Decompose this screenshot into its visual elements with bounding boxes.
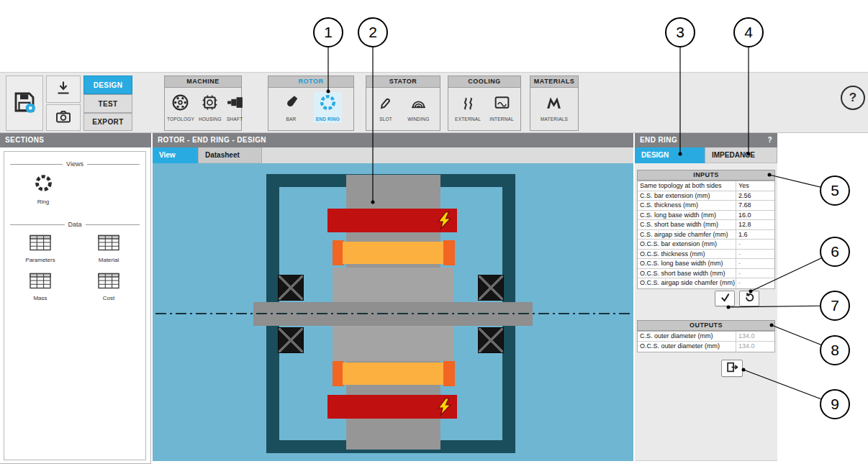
sidebar-item-ring[interactable]: Ring bbox=[20, 173, 66, 205]
sections-header: SECTIONS bbox=[0, 133, 151, 147]
table-row: C.S. long base width (mm)16.0 bbox=[638, 211, 774, 221]
toolbar-item-bar[interactable]: BAR bbox=[280, 92, 302, 123]
panel-tab-design[interactable]: DESIGN bbox=[635, 147, 705, 163]
housing-icon bbox=[201, 94, 219, 114]
table-row: O.C.S. airgap side chamfer (mm)- bbox=[638, 278, 774, 288]
toolbar-item-slot[interactable]: SLOT bbox=[375, 92, 397, 123]
input-value[interactable]: 16.0 bbox=[736, 211, 774, 220]
panel-tab-impedance[interactable]: IMPEDANCE bbox=[705, 147, 777, 163]
input-value[interactable]: 7.68 bbox=[736, 201, 774, 210]
input-value: - bbox=[736, 240, 774, 249]
toolbar-item-end-ring[interactable]: END RING bbox=[314, 92, 342, 123]
toolbar-item-internal-cooling[interactable]: INTERNAL bbox=[487, 92, 516, 123]
lightning-icon bbox=[435, 397, 454, 419]
import-button[interactable] bbox=[46, 76, 81, 103]
toolbar-item-materials[interactable]: MATERIALS bbox=[538, 92, 570, 123]
toolbar-item-label: HOUSING bbox=[199, 117, 222, 122]
toolbar-item-housing[interactable]: HOUSING bbox=[196, 92, 224, 123]
input-value[interactable]: 2.56 bbox=[736, 191, 774, 201]
reset-button[interactable] bbox=[739, 291, 759, 306]
help-icon: ? bbox=[849, 91, 856, 105]
rotor-bar-top-shape bbox=[343, 242, 443, 264]
mode-tab-export[interactable]: EXPORT bbox=[83, 113, 132, 131]
input-label: C.S. thickness (mm) bbox=[638, 201, 736, 210]
export-icon bbox=[726, 361, 738, 376]
cost-table-icon bbox=[98, 273, 119, 292]
input-label: O.C.S. airgap side chamfer (mm) bbox=[638, 278, 736, 288]
export-results-button[interactable] bbox=[721, 360, 743, 377]
input-value: - bbox=[736, 250, 774, 259]
sidebar-item-parameters[interactable]: Parameters bbox=[12, 234, 69, 263]
camera-icon bbox=[55, 108, 72, 128]
callout-9: 9 bbox=[820, 389, 850, 419]
data-divider: Data bbox=[10, 221, 140, 228]
input-label: C.S. short base width (mm) bbox=[638, 220, 736, 229]
table-row: O.C.S. bar extension (mm)- bbox=[638, 240, 774, 250]
input-label: O.C.S. bar extension (mm) bbox=[638, 240, 736, 249]
group-cooling-label: COOLING bbox=[448, 76, 520, 88]
callout-1: 1 bbox=[313, 17, 343, 47]
bar-icon bbox=[282, 94, 300, 114]
output-label: O.C.S. outer diameter (mm) bbox=[638, 342, 736, 352]
tab-view[interactable]: View bbox=[153, 147, 199, 163]
panel-help-icon[interactable]: ? bbox=[767, 133, 772, 147]
inputs-table: Same topology at both sidesYes C.S. bar … bbox=[637, 181, 775, 289]
callout-number: 8 bbox=[831, 342, 839, 359]
input-label: Same topology at both sides bbox=[638, 181, 736, 191]
callout-6: 6 bbox=[820, 237, 850, 267]
input-value[interactable]: 12.8 bbox=[736, 220, 774, 229]
toolbar-item-shaft[interactable]: SHAFT bbox=[224, 92, 246, 123]
save-icon bbox=[12, 89, 37, 118]
winding-icon bbox=[410, 94, 428, 114]
table-row: O.C.S. long base width (mm)- bbox=[638, 259, 774, 269]
snapshot-button[interactable] bbox=[46, 104, 81, 131]
input-label: O.C.S. long base width (mm) bbox=[638, 259, 736, 268]
callout-number: 5 bbox=[831, 182, 839, 199]
end-ring-icon bbox=[319, 94, 337, 114]
materials-icon bbox=[545, 94, 563, 114]
callout-8: 8 bbox=[820, 335, 850, 365]
table-row: C.S. short base width (mm)12.8 bbox=[638, 220, 774, 230]
views-divider-label: Views bbox=[66, 160, 83, 168]
sidebar-item-material[interactable]: Material bbox=[80, 234, 137, 263]
parameters-table-icon bbox=[30, 234, 51, 254]
callout-number: 7 bbox=[831, 297, 839, 314]
bearing-right-bottom-shape bbox=[478, 327, 504, 353]
toolbar-item-label: EXTERNAL bbox=[455, 117, 481, 122]
outputs-table: C.S. outer diameter (mm)134.0 O.C.S. out… bbox=[637, 331, 775, 352]
help-button[interactable]: ? bbox=[841, 86, 865, 110]
callout-number: 9 bbox=[831, 396, 839, 413]
data-divider-label: Data bbox=[68, 221, 82, 228]
save-button[interactable] bbox=[6, 76, 43, 131]
panel-title: END RING bbox=[640, 133, 677, 147]
inputs-title: INPUTS bbox=[693, 171, 718, 178]
input-value[interactable]: 1.6 bbox=[736, 230, 774, 240]
bearing-left-top-shape bbox=[278, 275, 304, 301]
toolbar-item-label: END RING bbox=[316, 117, 340, 122]
design-canvas[interactable] bbox=[153, 163, 633, 461]
apply-button[interactable] bbox=[715, 291, 735, 306]
input-label: C.S. bar extension (mm) bbox=[638, 191, 736, 201]
mode-tab-design[interactable]: DESIGN bbox=[83, 76, 132, 94]
sidebar-item-cost[interactable]: Cost bbox=[80, 273, 137, 301]
external-cooling-icon bbox=[459, 94, 477, 114]
end-ring-panel: END RING ? DESIGN IMPEDANCE INPUTS Same … bbox=[635, 133, 777, 461]
table-row: O.C.S. outer diameter (mm)134.0 bbox=[638, 342, 774, 352]
input-value[interactable]: Yes bbox=[736, 181, 774, 191]
tab-datasheet[interactable]: Datasheet bbox=[199, 147, 262, 163]
mode-tab-test[interactable]: TEST bbox=[83, 94, 132, 113]
lightning-icon bbox=[435, 211, 454, 233]
group-rotor: ROTOR BAR END RING bbox=[268, 76, 354, 131]
bearing-right-top-shape bbox=[478, 275, 504, 301]
bearing-left-bottom-shape bbox=[278, 327, 304, 353]
toolbar-item-topology[interactable]: TOPOLOGY bbox=[165, 92, 196, 123]
internal-cooling-icon bbox=[493, 94, 511, 114]
bar-extension-top-right-shape bbox=[443, 240, 455, 265]
toolbar-item-external-cooling[interactable]: EXTERNAL bbox=[453, 92, 483, 123]
toolbar-item-winding[interactable]: WINDING bbox=[405, 92, 431, 123]
sidebar-item-label: Material bbox=[99, 257, 119, 263]
callout-4: 4 bbox=[733, 17, 764, 47]
sidebar-item-mass[interactable]: Mass bbox=[12, 273, 69, 301]
sidebar-item-label: Parameters bbox=[25, 257, 55, 263]
callout-number: 2 bbox=[369, 24, 377, 41]
